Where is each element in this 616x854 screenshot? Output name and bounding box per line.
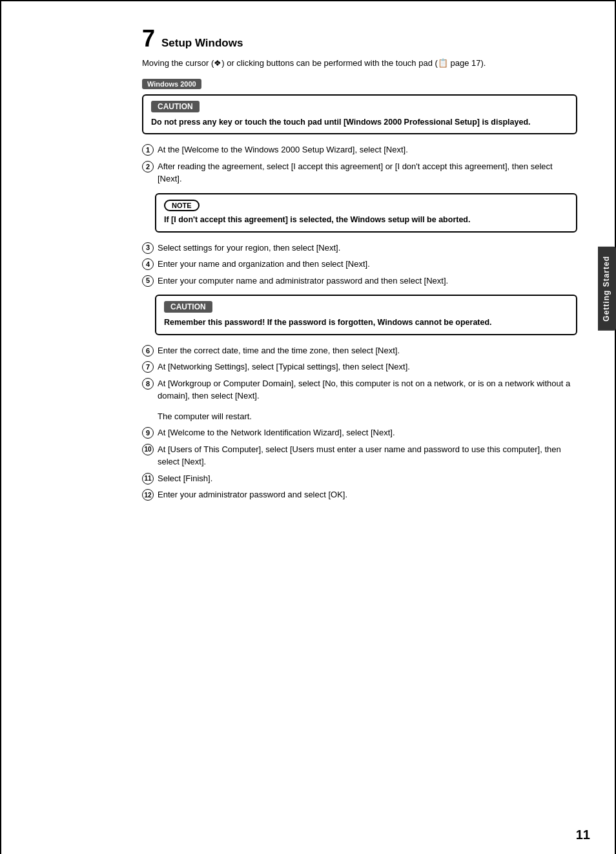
step-text-11: Select [Finish].	[158, 472, 577, 485]
caution-text-1: Do not press any key or touch the touch …	[151, 116, 568, 129]
step-num-10: 10	[142, 444, 154, 455]
step-text-1: At the [Welcome to the Windows 2000 Setu…	[158, 143, 577, 156]
step-text-4: Enter your name and organization and the…	[158, 258, 577, 271]
caution-box-2: CAUTION Remember this password! If the p…	[155, 295, 577, 335]
step-1: 1 At the [Welcome to the Windows 2000 Se…	[142, 143, 577, 156]
steps-list-3: 6 Enter the correct date, time and the t…	[142, 344, 577, 402]
step-text-7: At [Networking Settings], select [Typica…	[158, 360, 577, 373]
step-text-2: After reading the agreement, select [I a…	[158, 160, 577, 185]
caution-label-1: CAUTION	[151, 101, 200, 112]
step-2: 2 After reading the agreement, select [I…	[142, 160, 577, 185]
note-text: If [I don't accept this agreement] is se…	[164, 214, 568, 226]
step-text-5: Enter your computer name and administrat…	[158, 275, 577, 287]
note-box: NOTE If [I don't accept this agreement] …	[155, 193, 577, 233]
step-11: 11 Select [Finish].	[142, 472, 577, 485]
step-num-7: 7	[142, 361, 154, 373]
section-header: 7 Setup Windows	[142, 27, 577, 50]
step-6: 6 Enter the correct date, time and the t…	[142, 344, 577, 357]
step-9: 9 At [Welcome to the Network Identificat…	[142, 426, 577, 439]
step-3: 3 Select settings for your region, then …	[142, 242, 577, 255]
step-text-3: Select settings for your region, then se…	[158, 242, 577, 255]
step-num-5: 5	[142, 275, 154, 287]
note-label: NOTE	[164, 200, 200, 211]
step-7: 7 At [Networking Settings], select [Typi…	[142, 360, 577, 373]
step-10: 10 At [Users of This Computer], select […	[142, 443, 577, 468]
step-text-12: Enter your administrator password and se…	[158, 488, 577, 501]
step-num-12: 12	[142, 489, 154, 501]
step-text-9: At [Welcome to the Network Identificatio…	[158, 426, 577, 439]
step-8b: The computer will restart.	[158, 410, 577, 423]
step-num-9: 9	[142, 427, 154, 439]
step-8: 8 At [Workgroup or Computer Domain], sel…	[142, 377, 577, 402]
step-text-10: At [Users of This Computer], select [Use…	[158, 443, 577, 468]
step-num-6: 6	[142, 345, 154, 357]
section-number: 7	[142, 27, 155, 50]
step-num-2: 2	[142, 161, 154, 172]
step-text-6: Enter the correct date, time and the tim…	[158, 344, 577, 357]
step-text-8: At [Workgroup or Computer Domain], selec…	[158, 377, 577, 402]
step-num-4: 4	[142, 258, 154, 270]
section-title: Setup Windows	[161, 37, 243, 50]
page-number: 11	[576, 828, 590, 842]
step-num-11: 11	[142, 473, 154, 484]
caution-text-2: Remember this password! If the password …	[164, 317, 568, 329]
steps-list-1: 1 At the [Welcome to the Windows 2000 Se…	[142, 143, 577, 185]
side-tab: Getting Started	[598, 247, 616, 331]
steps-list-4: 9 At [Welcome to the Network Identificat…	[142, 426, 577, 501]
step-num-1: 1	[142, 144, 154, 156]
step-num-8: 8	[142, 378, 154, 390]
step-5: 5 Enter your computer name and administr…	[142, 275, 577, 287]
step-num-3: 3	[142, 242, 154, 254]
caution-box-1: CAUTION Do not press any key or touch th…	[142, 94, 577, 135]
step-4: 4 Enter your name and organization and t…	[142, 258, 577, 271]
steps-list-2: 3 Select settings for your region, then …	[142, 242, 577, 287]
caution-label-2: CAUTION	[164, 301, 212, 313]
step-12: 12 Enter your administrator password and…	[142, 488, 577, 501]
intro-text: Moving the cursor (❖) or clicking button…	[142, 57, 577, 70]
windows-badge: Windows 2000	[142, 79, 201, 89]
